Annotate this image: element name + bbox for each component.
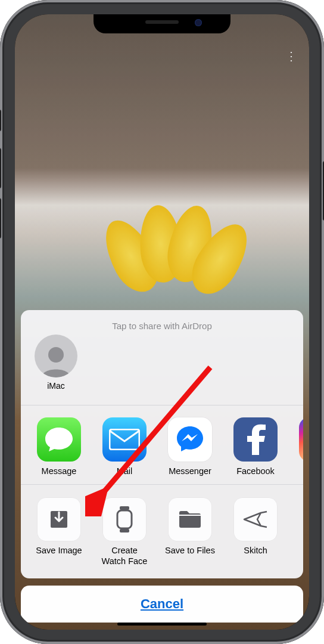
action-save-image[interactable]: Save Image [32, 498, 86, 566]
cancel-button[interactable]: Cancel [21, 586, 303, 623]
facebook-icon [233, 417, 278, 462]
save-image-icon [38, 498, 80, 541]
mute-switch [0, 110, 1, 131]
share-app-messenger[interactable]: Messenger [163, 417, 217, 476]
action-label: CreateWatch Face [102, 546, 148, 566]
app-label: Mail [117, 466, 133, 476]
app-label: Facebook [236, 466, 275, 476]
svg-rect-5 [120, 529, 129, 532]
airdrop-section: Tap to share with AirDrop iMac [21, 310, 303, 405]
share-app-facebook[interactable]: Facebook [228, 417, 283, 476]
cancel-label: Cancel [141, 596, 183, 612]
share-app-instagram[interactable]: I [294, 417, 303, 476]
svg-rect-6 [117, 510, 132, 528]
apps-section: Message Mail Messenger [21, 405, 303, 484]
messenger-icon [168, 417, 212, 462]
instagram-icon [299, 417, 303, 462]
flower-graphic [98, 202, 253, 298]
airdrop-title: Tap to share with AirDrop [21, 315, 303, 335]
mail-icon [102, 417, 147, 462]
svg-rect-7 [179, 515, 201, 516]
action-label: Skitch [244, 546, 267, 556]
volume-down [0, 198, 1, 239]
share-panel: Tap to share with AirDrop iMac [21, 310, 303, 578]
airdrop-target-label: iMac [47, 381, 65, 391]
person-silhouette-icon [35, 335, 77, 377]
share-app-message[interactable]: Message [32, 417, 86, 476]
action-label: Save to Files [165, 546, 215, 556]
share-sheet: Tap to share with AirDrop iMac [21, 310, 303, 623]
app-label: Messenger [169, 466, 211, 476]
action-save-to-files[interactable]: Save to Files [163, 498, 217, 566]
phone-frame: ⋮ Tap to share with AirDrop [0, 0, 324, 644]
watch-icon [103, 498, 146, 541]
skitch-icon [234, 498, 277, 541]
action-create-watch-face[interactable]: CreateWatch Face [97, 498, 152, 566]
app-label: Message [42, 466, 77, 476]
notch [94, 14, 230, 33]
message-icon [37, 417, 81, 462]
home-indicator[interactable] [117, 623, 207, 626]
volume-up [0, 148, 1, 188]
more-icon[interactable]: ⋮ [285, 49, 298, 63]
svg-point-1 [48, 347, 64, 363]
share-app-mail[interactable]: Mail [97, 417, 152, 476]
action-skitch[interactable]: Skitch [228, 498, 283, 566]
actions-section: Save Image CreateWatch Face [21, 484, 303, 578]
svg-rect-2 [110, 429, 139, 450]
screen: ⋮ Tap to share with AirDrop [15, 14, 309, 630]
svg-rect-4 [120, 506, 129, 510]
airdrop-target-imac[interactable]: iMac [33, 335, 79, 391]
folder-icon [169, 498, 211, 541]
action-label: Save Image [36, 546, 82, 556]
